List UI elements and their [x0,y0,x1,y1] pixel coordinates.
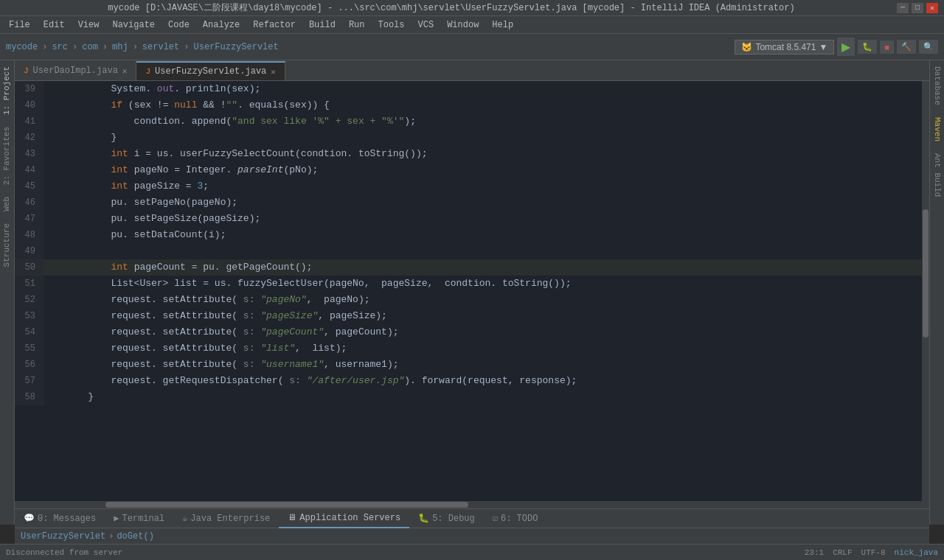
messages-icon: 💬 [24,513,35,524]
menu-edit[interactable]: Edit [38,18,71,32]
menu-file[interactable]: File [3,18,36,32]
debug-label: 5: Debug [432,514,475,524]
status-bar: Disconnected from server 23:1 CRLF UTF-8… [0,544,944,560]
right-sidebar: Database Maven Ant Build [929,60,944,525]
stop-button[interactable]: ■ [880,41,894,54]
tab-userdaoimpl[interactable]: J UserDaoImpl.java ✕ [15,61,136,80]
tab-userdaoimpl-label: UserDaoImpl.java [33,66,118,76]
tab-bar: J UserDaoImpl.java ✕ J UserFuzzyServlet.… [15,60,929,81]
tomcat-icon: 🐱 [741,42,752,52]
left-sidebar: 1: Project 2: Favorites Web Structure [0,60,15,525]
menu-view[interactable]: View [72,18,105,32]
status-position: 23:1 [805,548,824,557]
build-button[interactable]: 🔨 [897,40,916,54]
code-line-55: 55 request. setAttribute( s: "list", lis… [15,340,929,357]
vertical-scrollbar-thumb[interactable] [923,209,929,337]
code-line-51: 51 List<User> list = us. fuzzySelectUser… [15,276,929,292]
menu-build[interactable]: Build [303,18,341,32]
sidebar-item-database[interactable]: Database [931,60,944,111]
code-line-48: 48 pu. setDataCount(i); [15,227,929,243]
debug-button[interactable]: 🐛 [858,40,877,54]
menu-vcs[interactable]: VCS [412,18,440,32]
bottom-tab-todo[interactable]: ☑ 6: TODO [484,509,547,528]
code-line-46: 46 pu. setPageNo(pageNo); [15,195,929,211]
app-servers-icon: 🖥 [288,512,296,523]
breadcrumb-class[interactable]: UserFuzzyServlet [21,531,105,542]
code-line-45: 45 int pageSize = 3; [15,178,929,195]
code-line-54: 54 request. setAttribute( s: "pageCount"… [15,324,929,340]
minimize-button[interactable]: ─ [897,3,909,13]
tomcat-label: Tomcat 8.5.471 [755,42,816,52]
messages-label: 0: Messages [38,514,96,524]
menu-code[interactable]: Code [162,18,195,32]
sidebar-item-project[interactable]: 1: Project [0,60,14,121]
sidebar-item-web[interactable]: Web [0,191,14,217]
bottom-tabs: 💬 0: Messages ▶ Terminal ☕ Java Enterpri… [15,509,929,528]
breadcrumb-method[interactable]: doGet() [117,531,153,542]
status-encoding: CRLF [833,548,852,557]
editor[interactable]: 39 System. out. println(sex); 40 if (sex… [15,81,929,508]
bottom-tab-terminal[interactable]: ▶ Terminal [105,509,173,528]
menu-refactor[interactable]: Refactor [247,18,302,32]
breadcrumb-userfuzzyservlet[interactable]: UserFuzzyServlet [193,42,278,52]
bottom-tab-debug[interactable]: 🐛 5: Debug [409,509,484,528]
breadcrumb-src[interactable]: src [52,42,68,52]
breadcrumb-mhj[interactable]: mhj [112,42,128,52]
tab-userdaoimpl-close[interactable]: ✕ [122,66,128,76]
horizontal-scrollbar[interactable] [15,501,922,508]
bottom-tab-java-enterprise[interactable]: ☕ Java Enterprise [173,509,279,528]
status-charset: UTF-8 [861,548,886,557]
code-line-58: 58 } [15,389,929,405]
debug-icon: 🐛 [418,513,429,524]
code-line-47: 47 pu. setPageSize(pageSize); [15,211,929,227]
sidebar-item-maven[interactable]: Maven [931,111,944,147]
bottom-tab-application-servers[interactable]: 🖥 Application Servers [279,509,409,528]
sidebar-item-favorites[interactable]: 2: Favorites [0,121,14,191]
terminal-label: Terminal [122,514,164,524]
java-file-icon-active: J [145,67,150,76]
code-line-39: 39 System. out. println(sex); [15,81,929,97]
run-button[interactable]: ▶ [837,38,855,56]
tomcat-dropdown-icon: ▼ [819,42,827,52]
breadcrumb-com[interactable]: com [82,42,98,52]
horizontal-scrollbar-thumb[interactable] [105,502,468,508]
menu-run[interactable]: Run [343,18,371,32]
breadcrumb-servlet[interactable]: servlet [142,42,179,52]
toolbar-right: 🐱 Tomcat 8.5.471 ▼ ▶ 🐛 ■ 🔨 🔍 [735,38,938,56]
bottom-tab-messages[interactable]: 💬 0: Messages [15,509,105,528]
close-button[interactable]: ✕ [926,3,938,13]
toolbar: mycode › src › com › mhj › servlet › Use… [0,34,944,60]
menu-tools[interactable]: Tools [372,18,411,32]
java-enterprise-icon: ☕ [182,513,187,524]
code-line-42: 42 } [15,130,929,146]
menu-navigate[interactable]: Navigate [106,18,161,32]
sidebar-item-ant-build[interactable]: Ant Build [931,147,944,203]
code-line-41: 41 condtion. append("and sex like '%" + … [15,113,929,130]
status-right: 23:1 CRLF UTF-8 nick_java [805,548,938,557]
menu-analyze[interactable]: Analyze [197,18,246,32]
java-file-icon: J [24,66,29,75]
maximize-button[interactable]: □ [912,3,923,13]
code-line-40: 40 if (sex != null && !"". equals(sex)) … [15,97,929,113]
terminal-icon: ▶ [114,513,119,524]
tab-userfuzzyservlet-close[interactable]: ✕ [271,67,276,77]
code-line-56: 56 request. setAttribute( s: "username1"… [15,357,929,373]
title-text: mycode [D:\JAVASE\二阶段课程\day18\mycode] - … [6,1,897,14]
tab-userfuzzyservlet[interactable]: J UserFuzzyServlet.java ✕ [136,61,285,80]
breadcrumb-mycode[interactable]: mycode [6,42,38,52]
menu-window[interactable]: Window [441,18,485,32]
vertical-scrollbar[interactable] [922,81,929,508]
title-bar: mycode [D:\JAVASE\二阶段课程\day18\mycode] - … [0,0,944,16]
bottom-panel: 💬 0: Messages ▶ Terminal ☕ Java Enterpri… [15,508,929,544]
tab-userfuzzyservlet-label: UserFuzzyServlet.java [155,66,266,77]
code-line-50: 50 int pageCount = pu. getPageCount(); [15,259,929,276]
todo-icon: ☑ [493,513,498,524]
app-servers-label: Application Servers [299,513,400,523]
search-everywhere-button[interactable]: 🔍 [919,40,938,54]
sidebar-item-structure[interactable]: Structure [0,217,14,273]
tomcat-selector[interactable]: 🐱 Tomcat 8.5.471 ▼ [735,40,834,55]
code-area: 39 System. out. println(sex); 40 if (sex… [15,81,929,508]
menu-help[interactable]: Help [486,18,519,32]
menu-bar: File Edit View Navigate Code Analyze Ref… [0,16,944,34]
code-line-44: 44 int pageNo = Integer. parseInt(pNo); [15,162,929,178]
